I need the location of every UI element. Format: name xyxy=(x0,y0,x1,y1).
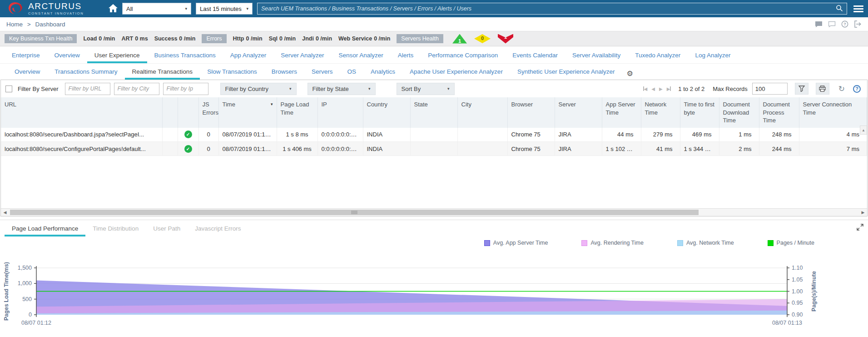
tab-performance-comparison[interactable]: Performance Comparison xyxy=(421,48,505,63)
panel-tab-javascript-errors[interactable]: Javascript Errors xyxy=(188,221,248,236)
search-icon[interactable] xyxy=(836,5,843,13)
column-header-document-process-time[interactable]: Document Process Time xyxy=(759,97,799,128)
column-header-js-errors[interactable]: JS Errors xyxy=(198,97,218,128)
column-header-server[interactable]: Server xyxy=(555,97,602,128)
column-header-blank xyxy=(178,97,198,128)
panel-tab-page-load-performance[interactable]: Page Load Performance xyxy=(5,221,85,236)
last-page-button[interactable]: ▶ xyxy=(667,86,671,91)
column-header-time[interactable]: Time▾ xyxy=(218,97,277,128)
tab-overview[interactable]: Overview xyxy=(47,48,87,63)
filter-state-dropdown[interactable]: Filter by State ▾ xyxy=(308,83,376,95)
column-header-server-connection-time[interactable]: Server Connection Time xyxy=(799,97,867,128)
filter-ip-input[interactable] xyxy=(163,83,208,95)
scrollbar-thumb[interactable] xyxy=(10,210,699,215)
tab-log-analyzer[interactable]: Log Analyzer xyxy=(688,48,738,63)
home-button[interactable] xyxy=(104,3,122,15)
subtab-realtime-transactions[interactable]: Realtime Transactions xyxy=(125,65,200,80)
subtab-os[interactable]: OS xyxy=(340,65,363,80)
subtab-overview[interactable]: Overview xyxy=(7,65,47,80)
subtab-servers[interactable]: Servers xyxy=(304,65,340,80)
table-cell: 2 ms xyxy=(719,142,759,156)
first-page-button[interactable]: ◀ xyxy=(643,86,648,91)
subtab-synthetic-user-experience-analyzer[interactable]: Synthetic User Experience Analyzer xyxy=(510,65,622,80)
filter-url-input[interactable] xyxy=(65,83,110,95)
scrollbar-track[interactable] xyxy=(9,209,859,216)
max-records-input[interactable] xyxy=(752,83,788,95)
legend-item-pages-minute[interactable]: Pages / Minute xyxy=(768,240,814,246)
column-header-document-download-time[interactable]: Document Download Time xyxy=(719,97,759,128)
grid-help-icon[interactable]: ? xyxy=(853,85,861,93)
tab-server-analyzer[interactable]: Server Analyzer xyxy=(273,48,331,63)
column-header-state[interactable]: State xyxy=(410,97,457,128)
tab-server-availability[interactable]: Server Availability xyxy=(565,48,628,63)
svg-text:1,500: 1,500 xyxy=(18,265,32,271)
subtab-apache-user-experience-analyzer[interactable]: Apache User Experience Analyzer xyxy=(402,65,510,80)
filter-funnel-button[interactable] xyxy=(795,83,808,95)
servers-health-badge[interactable]: Servers Health xyxy=(397,34,443,43)
column-header-network-time[interactable]: Network Time xyxy=(641,97,680,128)
tab-events-calendar[interactable]: Events Calendar xyxy=(505,48,565,63)
scope-select[interactable]: All ▾ xyxy=(122,3,191,15)
errors-badge[interactable]: Errors xyxy=(202,34,226,43)
metric-label: Web Service xyxy=(338,35,372,42)
subtab-browsers[interactable]: Browsers xyxy=(264,65,304,80)
svg-text:1.00: 1.00 xyxy=(792,288,803,295)
legend-item-avg-network-time[interactable]: Avg. Network Time xyxy=(677,240,734,246)
servers-up-indicator[interactable]: 1 xyxy=(452,34,467,44)
tab-business-transactions[interactable]: Business Transactions xyxy=(147,48,223,63)
print-button[interactable] xyxy=(816,83,829,95)
prev-page-button[interactable]: ◀ xyxy=(651,86,655,91)
legend-label: Avg. Network Time xyxy=(686,240,734,246)
servers-warning-indicator[interactable]: 0 xyxy=(474,34,491,43)
column-header-url[interactable]: URL xyxy=(1,97,162,128)
refresh-icon[interactable]: ↻ xyxy=(838,85,845,93)
servers-down-indicator[interactable]: 1 xyxy=(498,34,513,44)
tab-enterprise[interactable]: Enterprise xyxy=(5,48,47,63)
next-page-button[interactable]: ▶ xyxy=(659,86,663,91)
tab-app-analyzer[interactable]: App Analyzer xyxy=(223,48,274,63)
column-header-app-server-time[interactable]: App Server Time xyxy=(602,97,641,128)
sort-by-dropdown[interactable]: Sort By ▾ xyxy=(397,83,455,95)
time-range-select[interactable]: Last 15 minutes ▾ xyxy=(196,3,253,15)
scroll-right-button[interactable]: ▶ xyxy=(859,209,867,216)
filter-country-dropdown[interactable]: Filter by Country ▾ xyxy=(220,83,297,95)
expand-panel-icon[interactable] xyxy=(857,224,863,232)
table-cell xyxy=(457,142,507,156)
panel-tab-user-path[interactable]: User Path xyxy=(146,221,188,236)
tab-sensor-analyzer[interactable]: Sensor Analyzer xyxy=(332,48,391,63)
table-row[interactable]: localhost:8080/secure/Dashboard.jspa?sel… xyxy=(1,128,867,142)
metric-label: Load xyxy=(83,35,97,42)
menu-icon[interactable] xyxy=(853,4,863,14)
legend-item-avg-app-server-time[interactable]: Avg. App Server Time xyxy=(484,240,548,246)
table-cell: ✓ xyxy=(178,128,198,142)
tab-alerts[interactable]: Alerts xyxy=(391,48,421,63)
tab-tuxedo-analyzer[interactable]: Tuxedo Analyzer xyxy=(628,48,688,63)
column-header-ip[interactable]: IP xyxy=(317,97,363,128)
global-search-input[interactable] xyxy=(261,5,836,12)
subtab-slow-transactions[interactable]: Slow Transactions xyxy=(200,65,264,80)
vertical-scroll-up-button[interactable]: ▲ xyxy=(860,126,867,135)
column-header-country[interactable]: Country xyxy=(363,97,410,128)
key-business-txn-health-badge[interactable]: Key Business Txn Health xyxy=(5,34,77,43)
legend-item-avg-rendering-time[interactable]: Avg. Rendering Time xyxy=(581,240,644,246)
scroll-left-button[interactable]: ◀ xyxy=(1,209,9,216)
table-cell: JIRA xyxy=(555,128,602,142)
table-row[interactable]: localhost:8080/secure/ConfigurePortalPag… xyxy=(1,142,867,156)
column-header-time-to-first-byte[interactable]: Time to first byte xyxy=(680,97,719,128)
secondary-tabs: OverviewTransactions SummaryRealtime Tra… xyxy=(0,64,868,80)
column-header-city[interactable]: City xyxy=(457,97,507,128)
feedback-filled-bubble-icon[interactable] xyxy=(815,21,823,28)
subtab-analytics[interactable]: Analytics xyxy=(363,65,402,80)
comment-outline-bubble-icon[interactable] xyxy=(828,21,836,28)
help-icon[interactable]: ? xyxy=(841,20,848,28)
breadcrumb-home[interactable]: Home xyxy=(6,21,23,28)
column-header-browser[interactable]: Browser xyxy=(507,97,555,128)
tab-user-experience[interactable]: User Experience xyxy=(87,48,147,63)
subtab-transactions-summary[interactable]: Transactions Summary xyxy=(47,65,124,80)
panel-tab-time-distribution[interactable]: Time Distribution xyxy=(85,221,146,236)
logout-icon[interactable] xyxy=(854,20,862,28)
filter-city-input[interactable] xyxy=(114,83,159,95)
column-header-page-load-time[interactable]: Page Load Time xyxy=(277,97,317,128)
filter-by-server-checkbox[interactable] xyxy=(5,86,12,92)
settings-gear-icon[interactable]: ⚙ xyxy=(622,66,638,80)
